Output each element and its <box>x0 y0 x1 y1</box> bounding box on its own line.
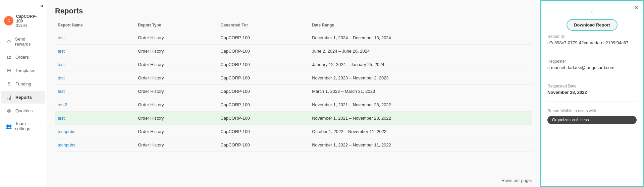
templates-icon: ⊞ <box>6 67 12 73</box>
sidebar-item-qualtrics[interactable]: ◎ Qualtrics <box>1 104 45 117</box>
table-row[interactable]: test Order History CapCORP-100 December … <box>55 31 532 45</box>
download-report-button[interactable]: Download Report <box>567 19 618 31</box>
col-date-range: Date Range <box>309 19 532 31</box>
cell-report-name: techpubs <box>55 125 135 138</box>
sidebar-item-label: Templates <box>15 68 35 73</box>
requested-date-label: Requested Date <box>547 84 637 88</box>
reports-table-container: Report Name Report Type Generated For Da… <box>47 19 540 174</box>
panel-divider-1 <box>547 52 637 52</box>
cell-report-type: Order History <box>135 31 218 45</box>
sidebar-item-send-rewards[interactable]: ⊙ Send rewards <box>1 33 45 50</box>
account-name: CapCORP-100 <box>16 14 43 23</box>
requester-value: c-marzieh.fadaee@tangocard.com <box>547 65 637 70</box>
cell-generated-for: CapCORP-100 <box>218 58 309 71</box>
table-footer: Rows per page: <box>47 174 540 187</box>
sidebar-item-label: Reports <box>15 95 32 100</box>
requester-field: Requester c-marzieh.fadaee@tangocard.com <box>547 59 637 70</box>
cell-report-name: test <box>55 85 135 98</box>
team-icon: 👥 <box>6 123 12 129</box>
chevron-right-icon: › <box>40 124 41 128</box>
sidebar-item-label: Send rewards <box>15 37 41 47</box>
cell-report-name: test <box>55 31 135 45</box>
sidebar-item-label: Orders <box>15 55 29 60</box>
cell-report-type: Order History <box>135 112 218 125</box>
account-selector[interactable]: C CapCORP-100 $11.66 <box>0 11 47 30</box>
cell-report-name: test <box>55 45 135 58</box>
sidebar-item-orders[interactable]: 🗂 Orders <box>1 51 45 63</box>
download-arrow-icon: ↓ <box>590 3 594 14</box>
sidebar-item-label: Team settings <box>15 121 36 131</box>
sidebar-item-reports[interactable]: 📊 Reports <box>1 91 45 104</box>
cell-report-type: Order History <box>135 85 218 98</box>
rows-per-page-label: Rows per page: <box>501 178 532 183</box>
cell-generated-for: CapCORP-100 <box>218 138 309 152</box>
cell-date-range: November 2, 2023 – November 2, 2023 <box>309 71 532 85</box>
table-header-row: Report Name Report Type Generated For Da… <box>55 19 532 31</box>
panel-divider-3 <box>547 102 637 102</box>
visibility-field: Report Visible to users with: Organizati… <box>547 109 637 124</box>
cell-report-type: Order History <box>135 45 218 58</box>
cell-report-type: Order History <box>135 138 218 152</box>
sidebar: « C CapCORP-100 $11.66 ⊙ Send rewards 🗂 … <box>0 0 47 187</box>
access-badge[interactable]: Organization Access <box>547 116 637 124</box>
cell-report-type: Order History <box>135 98 218 112</box>
sidebar-item-funding[interactable]: $ Funding <box>1 77 45 90</box>
avatar: C <box>4 16 13 25</box>
sidebar-item-team-settings[interactable]: 👥 Team settings › <box>1 118 45 134</box>
table-row[interactable]: techpubs Order History CapCORP-100 Novem… <box>55 138 532 152</box>
cell-report-type: Order History <box>135 125 218 138</box>
col-report-type: Report Type <box>135 19 218 31</box>
side-panel: ↓ ✕ Download Report Report ID e7c398c7-0… <box>540 0 644 187</box>
qualtrics-icon: ◎ <box>6 108 12 114</box>
cell-generated-for: CapCORP-100 <box>218 112 309 125</box>
cell-report-type: Order History <box>135 58 218 71</box>
cell-report-name: test <box>55 112 135 125</box>
requested-date-value: November 28, 2022 <box>547 90 637 95</box>
table-row[interactable]: test Order History CapCORP-100 March 1, … <box>55 85 532 98</box>
cell-date-range: November 1, 2021 – November 28, 2022 <box>309 112 532 125</box>
cell-generated-for: CapCORP-100 <box>218 71 309 85</box>
main-content: Reports Report Name Report Type Generate… <box>47 0 540 187</box>
cell-report-type: Order History <box>135 71 218 85</box>
close-panel-button[interactable]: ✕ <box>634 5 639 11</box>
sidebar-item-templates[interactable]: ⊞ Templates <box>1 64 45 77</box>
sidebar-nav: ⊙ Send rewards 🗂 Orders ⊞ Templates $ Fu… <box>0 33 47 135</box>
table-row[interactable]: test2 Order History CapCORP-100 November… <box>55 98 532 112</box>
cell-generated-for: CapCORP-100 <box>218 125 309 138</box>
requester-label: Requester <box>547 59 637 64</box>
account-info: CapCORP-100 $11.66 <box>16 14 43 27</box>
cell-report-name: test2 <box>55 98 135 112</box>
collapse-icon: « <box>40 3 43 9</box>
col-generated-for: Generated For <box>218 19 309 31</box>
cell-report-name: test <box>55 71 135 85</box>
cell-date-range: March 1, 2023 – March 31, 2023 <box>309 85 532 98</box>
account-balance: $11.66 <box>16 23 43 27</box>
panel-divider-2 <box>547 77 637 77</box>
table-row[interactable]: test Order History CapCORP-100 January 1… <box>55 58 532 71</box>
cell-report-name: test <box>55 58 135 71</box>
cell-date-range: November 1, 2022 – November 11, 2022 <box>309 138 532 152</box>
table-row[interactable]: techpubs Order History CapCORP-100 Octob… <box>55 125 532 138</box>
sidebar-item-label: Qualtrics <box>15 108 33 113</box>
page-title: Reports <box>55 7 532 15</box>
cell-generated-for: CapCORP-100 <box>218 31 309 45</box>
table-row[interactable]: test Order History CapCORP-100 June 2, 2… <box>55 45 532 58</box>
sidebar-collapse-button[interactable]: « <box>0 0 47 11</box>
funding-icon: $ <box>6 81 12 87</box>
cell-date-range: November 1, 2021 – November 28, 2022 <box>309 98 532 112</box>
report-id-label: Report ID <box>547 34 637 39</box>
table-row[interactable]: test Order History CapCORP-100 November … <box>55 112 532 125</box>
visible-label: Report Visible to users with: <box>547 109 637 113</box>
reports-table: Report Name Report Type Generated For Da… <box>55 19 532 152</box>
cell-generated-for: CapCORP-100 <box>218 85 309 98</box>
cell-date-range: June 2, 2024 – June 26, 2024 <box>309 45 532 58</box>
reports-icon: 📊 <box>6 94 12 100</box>
cell-date-range: December 1, 2024 – December 13, 2024 <box>309 31 532 45</box>
cell-report-name: techpubs <box>55 138 135 152</box>
page-header: Reports <box>47 0 540 19</box>
table-row[interactable]: test Order History CapCORP-100 November … <box>55 71 532 85</box>
sidebar-item-label: Funding <box>15 81 31 86</box>
cell-date-range: October 1, 2022 – November 11, 2022 <box>309 125 532 138</box>
report-id-value: e7c398c7-0779-42cd-aeda-ec2199f04c67 <box>547 40 637 45</box>
gift-icon: ⊙ <box>6 39 12 45</box>
